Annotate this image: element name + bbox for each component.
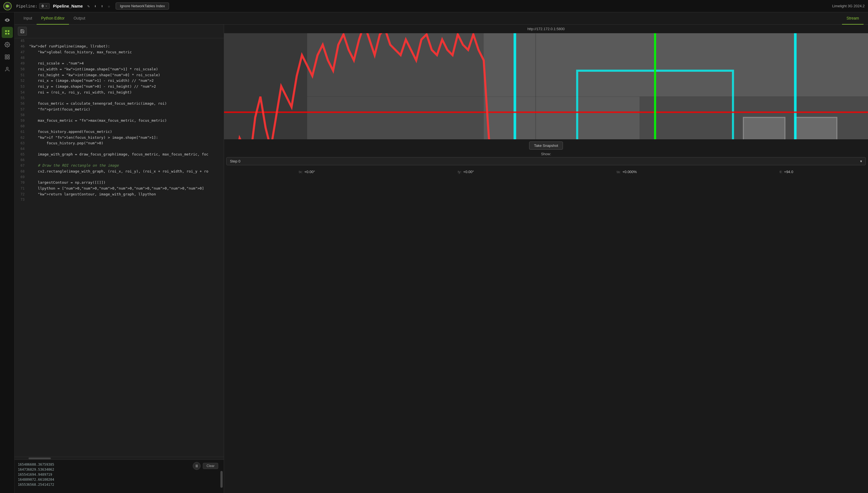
line-number: 54 bbox=[15, 90, 29, 95]
stream-url: http://172.172.0.1:5800 bbox=[224, 25, 868, 33]
line-number: 56 bbox=[15, 101, 29, 106]
ty-metric: ty: +0.00° bbox=[458, 170, 474, 174]
line-number: 63 bbox=[15, 141, 29, 146]
code-line: 58 bbox=[15, 112, 224, 118]
snapshot-button[interactable]: Take Snapshot bbox=[529, 142, 563, 150]
code-line: 51 roi_height = "kw">int(image.shape["nu… bbox=[15, 72, 224, 78]
line-content: focus_metric = calculate_tenengrad_focus… bbox=[29, 101, 167, 107]
tab-input[interactable]: Input bbox=[19, 12, 37, 25]
line-number: 48 bbox=[15, 55, 29, 61]
ignore-networktables-button[interactable]: Ignore NetworkTables Index bbox=[116, 2, 169, 9]
pause-button[interactable]: ⏸ bbox=[193, 462, 201, 470]
console-lines: 165406608.36759385164736829.536340621655… bbox=[18, 462, 221, 487]
dropdown-chevron-icon: ▾ bbox=[860, 159, 862, 163]
code-editor[interactable]: 4546"kw">def runPipeline(image, llrobot)… bbox=[15, 38, 224, 457]
sidebar-item-user[interactable] bbox=[2, 64, 13, 75]
ta-metric: ta: +0.000% bbox=[617, 170, 637, 174]
ty-label: ty: bbox=[458, 170, 461, 174]
line-number: 59 bbox=[15, 118, 29, 123]
line-number: 51 bbox=[15, 72, 29, 78]
code-line: 64 bbox=[15, 146, 224, 152]
upload-icon[interactable]: ⬆ bbox=[100, 3, 104, 9]
tl-value: +94.0 bbox=[784, 170, 793, 174]
step-dropdown[interactable]: Step 0 ▾ bbox=[226, 157, 866, 165]
sidebar-item-pipeline[interactable] bbox=[2, 27, 13, 38]
tx-metric: tx: +0.00° bbox=[299, 170, 315, 174]
camera-feed: 11.3 0 bbox=[224, 33, 868, 139]
code-line: 63 focus_history.pop("num">0) bbox=[15, 141, 224, 146]
version-label: Limelight 3G 2024.2 bbox=[832, 4, 865, 8]
code-line: 55 bbox=[15, 95, 224, 101]
svg-rect-27 bbox=[743, 117, 785, 139]
line-content: "kw">def runPipeline(image, llrobot): bbox=[29, 44, 110, 49]
horizontal-scrollbar[interactable] bbox=[15, 457, 224, 459]
main-container: Input Python Editor Output Stream 4546"k… bbox=[0, 12, 868, 493]
step-label: Step 0 bbox=[230, 159, 241, 163]
svg-rect-9 bbox=[7, 55, 9, 57]
svg-rect-5 bbox=[5, 33, 7, 35]
console-line: 164736829.53634062 bbox=[18, 467, 221, 472]
line-content: image_with_graph = draw_focus_graph(imag… bbox=[29, 152, 208, 157]
line-number: 53 bbox=[15, 84, 29, 89]
console-line: 165541694.9489719 bbox=[18, 472, 221, 477]
line-content: roi_scsale = ."num">4 bbox=[29, 61, 84, 66]
pipeline-selector[interactable]: 0 ▾ bbox=[39, 3, 50, 9]
line-content: roi_height = "kw">int(image.shape["num">… bbox=[29, 72, 160, 78]
code-line: 49 roi_scsale = ."num">4 bbox=[15, 61, 224, 66]
console-scrollbar-thumb[interactable] bbox=[221, 471, 223, 488]
svg-point-7 bbox=[6, 44, 8, 45]
line-number: 62 bbox=[15, 135, 29, 141]
line-number: 47 bbox=[15, 50, 29, 55]
ta-label: ta: bbox=[617, 170, 620, 174]
tl-metric: tl: +94.0 bbox=[780, 170, 793, 174]
ta-value: +0.000% bbox=[622, 170, 637, 174]
code-line: 46"kw">def runPipeline(image, llrobot): bbox=[15, 44, 224, 49]
svg-point-2 bbox=[6, 20, 8, 21]
console-line: 165536568.25414172 bbox=[18, 482, 221, 487]
sidebar-item-grid[interactable] bbox=[2, 51, 13, 63]
topbar-icons: ✎ ⬇ ⬆ ☆ bbox=[86, 3, 111, 9]
show-label: Show: bbox=[224, 152, 868, 156]
line-content: roi_y = (image.shape["num">0] - roi_heig… bbox=[29, 84, 156, 90]
code-line: 68 cv2.rectangle(image_with_graph, (roi_… bbox=[15, 169, 224, 174]
code-line: 48 bbox=[15, 55, 224, 61]
star-icon[interactable]: ☆ bbox=[107, 3, 111, 9]
save-button[interactable] bbox=[18, 27, 27, 36]
code-line: 52 roi_x = (image.shape["num">1] - roi_w… bbox=[15, 78, 224, 84]
code-line: 61 focus_history.append(focus_metric) bbox=[15, 129, 224, 135]
tx-value: +0.00° bbox=[304, 170, 315, 174]
pipeline-label: Pipeline: bbox=[16, 4, 37, 8]
tab-output[interactable]: Output bbox=[69, 12, 90, 25]
h-scrollbar-thumb[interactable] bbox=[28, 457, 51, 459]
tab-python-editor[interactable]: Python Editor bbox=[37, 12, 69, 25]
line-content: # Draw the ROI rectangle on the image bbox=[29, 163, 119, 169]
line-number: 60 bbox=[15, 124, 29, 129]
camera-image: 11.3 0 bbox=[224, 33, 868, 139]
sidebar bbox=[0, 12, 15, 493]
sidebar-item-eye[interactable] bbox=[2, 15, 13, 26]
line-number: 55 bbox=[15, 95, 29, 101]
code-line: 72 "kw">return largestContour, image_wit… bbox=[15, 192, 224, 197]
edit-icon[interactable]: ✎ bbox=[86, 3, 90, 9]
svg-rect-4 bbox=[7, 30, 9, 32]
line-number: 72 bbox=[15, 192, 29, 197]
tab-stream[interactable]: Stream bbox=[842, 12, 864, 25]
line-number: 61 bbox=[15, 129, 29, 134]
line-number: 57 bbox=[15, 107, 29, 112]
code-line: 65 image_with_graph = draw_focus_graph(i… bbox=[15, 152, 224, 157]
line-content: largestContour = np.array([[]]) bbox=[29, 180, 106, 186]
code-line: 69 bbox=[15, 174, 224, 180]
clear-button[interactable]: Clear bbox=[203, 463, 218, 469]
line-number: 70 bbox=[15, 180, 29, 185]
svg-rect-10 bbox=[5, 58, 7, 59]
line-number: 67 bbox=[15, 163, 29, 168]
line-content: roi_x = (image.shape["num">1] - roi_widt… bbox=[29, 78, 154, 84]
sidebar-item-settings[interactable] bbox=[2, 39, 13, 50]
ty-value: +0.00° bbox=[463, 170, 474, 174]
chevron-down-icon: ▾ bbox=[45, 4, 47, 7]
svg-point-1 bbox=[6, 5, 9, 7]
line-number: 69 bbox=[15, 174, 29, 180]
download-icon[interactable]: ⬇ bbox=[93, 3, 98, 9]
console-line: 164809072.66100204 bbox=[18, 477, 221, 482]
line-content: "kw">if "fn">len(focus_history) > image.… bbox=[29, 135, 158, 141]
